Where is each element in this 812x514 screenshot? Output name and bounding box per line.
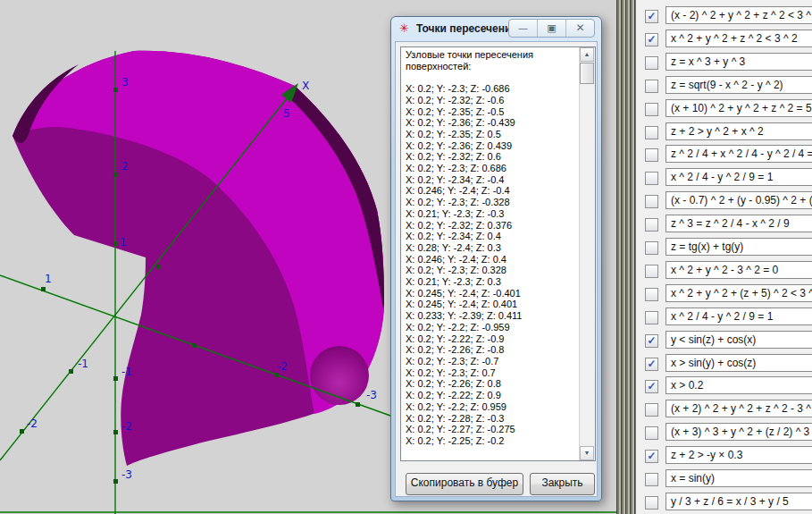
formula-input[interactable]: x ^ 2 / 4 - y ^ 2 / 9 = 1: [666, 308, 812, 325]
formula-row: x = sin(y): [636, 470, 812, 489]
formula-input[interactable]: (x + 2) ^ 2 + y ^ 2 + z ^ 2 - 3 ^ 2 =: [666, 400, 812, 417]
formula-row: x ^ 2 / 4 - y ^ 2 / 9 = 1: [636, 308, 812, 327]
formula-checkbox[interactable]: [645, 80, 658, 93]
point-line: X: 0.2; Y: -2.32; Z: -0.6: [406, 95, 580, 106]
z-axis-label: 3: [121, 76, 129, 88]
formula-input[interactable]: z ^ 2 / 4 + x ^ 2 / 4 - y ^ 2 / 4 = 1: [666, 145, 812, 163]
point-line: X: 0.2; Y: -2.3; Z: -0.7: [406, 356, 580, 367]
point-line: X: 0.2; Y: -2.27; Z: -0.275: [406, 424, 580, 435]
formula-panel: ✓(x - 2) ^ 2 + y ^ 2 + z ^ 2 < 3 ^ 2✓x ^…: [636, 0, 812, 514]
scroll-up-icon[interactable]: ▲: [580, 47, 594, 62]
formula-row: x ^ 2 + y ^ 2 - 3 ^ 2 = 0: [636, 262, 812, 281]
formula-row: z = sqrt(9 - x ^ 2 - y ^ 2): [636, 77, 812, 96]
close-icon[interactable]: [565, 20, 594, 37]
formula-checkbox[interactable]: [645, 403, 658, 417]
scrollbar[interactable]: ▲ ▼: [579, 47, 595, 460]
formula-checkbox[interactable]: ✓: [645, 10, 658, 23]
point-line: X: 0.2; Y: -2.3; Z: -0.686: [406, 83, 580, 95]
point-line: X: 0.2; Y: -2.2; Z: -0.959: [406, 322, 580, 333]
formula-row: z ^ 3 = z ^ 2 / 4 - x ^ 2 / 9: [636, 215, 812, 234]
formula-input[interactable]: (x + 3) ^ 3 + y ^ 2 + (z / 2) ^ 3 - 3: [666, 423, 812, 441]
panel-splitter[interactable]: [616, 0, 636, 514]
formula-input[interactable]: (x + 10) ^ 2 + y ^ 2 + z ^ 2 = 5 ^ 2: [666, 99, 812, 117]
point-line: X: 0.246; Y: -2.4; Z: 0.4: [406, 254, 580, 265]
point-line: X: 0.2; Y: -2.36; Z: 0.439: [406, 140, 580, 152]
formula-row: z = x ^ 3 + y ^ 3: [636, 54, 812, 72]
formula-input[interactable]: z = x ^ 3 + y ^ 3: [666, 53, 812, 71]
point-line: поверхностей:: [406, 61, 580, 72]
scroll-thumb[interactable]: [580, 63, 594, 84]
formula-row: (x + 2) ^ 2 + y ^ 2 + z ^ 2 - 3 ^ 2 =: [636, 400, 812, 419]
formula-input[interactable]: z = tg(x) + tg(y): [666, 238, 812, 256]
point-line: X: 0.2; Y: -2.35; Z: -0.5: [406, 106, 580, 118]
point-line: X: 0.2; Y: -2.22; Z: 0.9: [406, 390, 580, 401]
formula-input[interactable]: (x - 2) ^ 2 + y ^ 2 + z ^ 2 < 3 ^ 2: [666, 6, 812, 24]
formula-checkbox[interactable]: ✓: [645, 33, 658, 46]
formula-row: ✓x ^ 2 + y ^ 2 + z ^ 2 < 3 ^ 2: [636, 30, 812, 49]
window-buttons: [508, 19, 595, 38]
points-textarea[interactable]: Узловые точки пересеченияповерхностей: X…: [400, 46, 596, 461]
formula-checkbox[interactable]: [645, 195, 658, 208]
formula-row: (x - 0.7) ^ 2 + (y - 0.95) ^ 2 + (z - 0: [636, 192, 812, 211]
formula-input[interactable]: x > 0.2: [666, 376, 812, 394]
formula-checkbox[interactable]: [645, 126, 658, 139]
copy-to-clipboard-button[interactable]: Скопировать в буфер: [406, 473, 523, 495]
formula-checkbox[interactable]: [645, 172, 658, 185]
formula-checkbox[interactable]: ✓: [645, 380, 658, 393]
point-line: X: 0.245; Y: -2.4; Z: 0.401: [406, 299, 580, 310]
formula-checkbox[interactable]: [645, 56, 658, 70]
z-axis-label: -3: [121, 468, 132, 481]
formula-row: ✓x > 0.2: [636, 377, 812, 396]
point-line: X: 0.2; Y: -2.3; Z: 0.7: [406, 367, 580, 379]
formula-row: x ^ 2 / 4 - y ^ 2 / 9 = 1: [636, 169, 812, 188]
formula-checkbox[interactable]: [645, 265, 658, 278]
formula-checkbox[interactable]: [645, 311, 658, 324]
y-axis-label: -2: [277, 360, 288, 373]
formula-checkbox[interactable]: [645, 241, 658, 255]
formula-input[interactable]: x ^ 2 + y ^ 2 - 3 ^ 2 = 0: [666, 261, 812, 279]
x-axis-label: -1: [78, 358, 88, 370]
formula-input[interactable]: (x - 0.7) ^ 2 + (y - 0.95) ^ 2 + (z - 0: [666, 191, 812, 209]
formula-input[interactable]: z + 2 > y ^ 2 + x ^ 2: [666, 122, 812, 140]
dialog-titlebar[interactable]: Точки пересечения: [391, 17, 601, 41]
formula-checkbox[interactable]: [645, 218, 658, 232]
close-button[interactable]: Закрыть: [530, 473, 595, 495]
formula-row: ✓x > sin(y) + cos(z): [636, 355, 812, 374]
point-line: X: 0.2; Y: -2.3; Z: 0.686: [406, 163, 580, 174]
z-axis-label: 1: [120, 236, 127, 249]
scroll-down-icon[interactable]: ▼: [580, 446, 594, 460]
formula-checkbox[interactable]: ✓: [645, 334, 658, 348]
formula-checkbox[interactable]: [645, 426, 658, 440]
formula-input[interactable]: x > sin(y) + cos(z): [666, 354, 812, 372]
minimize-icon[interactable]: [509, 20, 537, 37]
formula-input[interactable]: y / 3 + z / 6 = x / 3 + y / 5: [666, 493, 812, 510]
point-line: X: 0.233; Y: -2.39; Z: 0.411: [406, 310, 580, 322]
point-line: X: 0.2; Y: -2.35; Z: 0.5: [406, 129, 580, 140]
formula-input[interactable]: z + 2 > -y × 0.3: [666, 446, 812, 464]
formula-checkbox[interactable]: [645, 103, 658, 116]
formula-input[interactable]: y < sin(z) + cos(x): [666, 331, 812, 349]
formula-input[interactable]: x ^ 2 + y ^ 2 + (z + 5) ^ 2 < 3 ^ 2: [666, 284, 812, 302]
formula-checkbox[interactable]: ✓: [645, 450, 658, 463]
formula-row: y / 3 + z / 6 = x / 3 + y / 5: [636, 493, 812, 512]
formula-checkbox[interactable]: [645, 288, 658, 301]
formula-checkbox[interactable]: [645, 473, 658, 486]
y-axis-label: 1: [45, 273, 52, 285]
z-axis-label: 2: [121, 160, 129, 173]
x-axis-label: X: [302, 80, 309, 92]
maximize-icon[interactable]: [537, 20, 565, 37]
z-axis-label: -2: [121, 420, 132, 433]
formula-checkbox[interactable]: [645, 496, 658, 510]
formula-input[interactable]: x ^ 2 / 4 - y ^ 2 / 9 = 1: [666, 168, 812, 186]
point-line: X: 0.2; Y: -2.3; Z: 0.328: [406, 265, 580, 276]
point-line: [406, 72, 580, 83]
formula-checkbox[interactable]: ✓: [645, 358, 658, 371]
formula-input[interactable]: z = sqrt(9 - x ^ 2 - y ^ 2): [666, 76, 812, 94]
formula-checkbox[interactable]: [645, 148, 658, 162]
formula-input[interactable]: x = sin(y): [666, 469, 812, 487]
point-line: X: 0.2; Y: -2.26; Z: 0.8: [406, 378, 580, 390]
y-axis-label: -3: [366, 389, 377, 401]
point-line: X: 0.2; Y: -2.36; Z: -0.439: [406, 117, 580, 129]
formula-input[interactable]: x ^ 2 + y ^ 2 + z ^ 2 < 3 ^ 2: [666, 29, 812, 47]
formula-input[interactable]: z ^ 3 = z ^ 2 / 4 - x ^ 2 / 9: [666, 215, 812, 232]
